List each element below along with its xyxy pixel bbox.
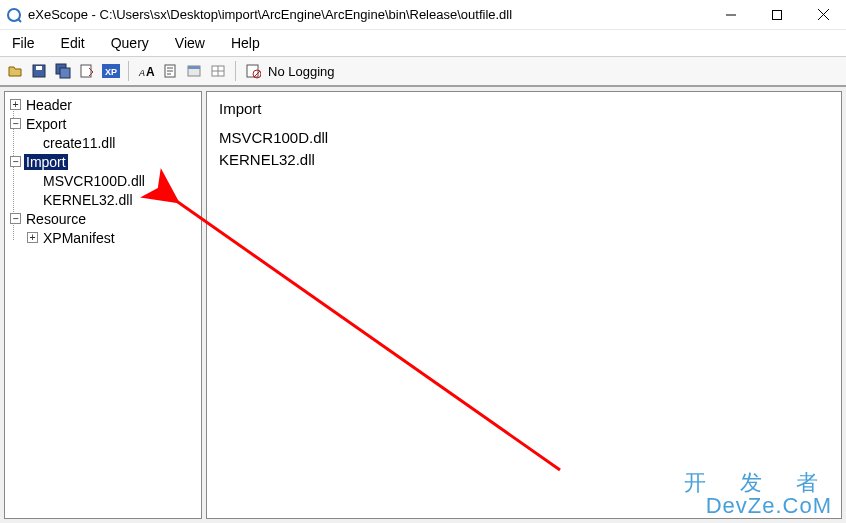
tree-node-export-item[interactable]: create11.dll — [8, 133, 201, 152]
font-icon[interactable]: AA — [135, 60, 157, 82]
svg-rect-3 — [773, 10, 782, 19]
tree-node-export[interactable]: − Export — [8, 114, 201, 133]
svg-text:XP: XP — [105, 67, 117, 77]
tree-label: Resource — [24, 211, 88, 227]
svg-text:A: A — [138, 68, 145, 78]
menu-view[interactable]: View — [163, 31, 217, 55]
tree-label: MSVCR100D.dll — [41, 173, 147, 189]
svg-rect-20 — [188, 66, 200, 69]
tree-label: Export — [24, 116, 68, 132]
toolbar-separator — [235, 61, 236, 81]
maximize-button[interactable] — [754, 0, 800, 30]
tree-label: Import — [24, 154, 68, 170]
minus-icon[interactable]: − — [10, 213, 21, 224]
doc-text-icon[interactable] — [159, 60, 181, 82]
xp-icon[interactable]: XP — [100, 60, 122, 82]
tree-label: create11.dll — [41, 135, 117, 151]
tree-label: KERNEL32.dll — [41, 192, 135, 208]
watermark: 开 发 者 DevZe.CoM — [684, 471, 832, 517]
plus-icon[interactable]: + — [10, 99, 21, 110]
save-icon[interactable] — [28, 60, 50, 82]
content-heading: Import — [219, 100, 829, 117]
titlebar: eXeScope - C:\Users\sx\Desktop\import\Ar… — [0, 0, 846, 30]
tree-node-import-item[interactable]: MSVCR100D.dll — [8, 171, 201, 190]
app-icon — [6, 7, 22, 23]
plus-icon[interactable]: + — [27, 232, 38, 243]
watermark-line: DevZe.CoM — [684, 494, 832, 517]
svg-line-1 — [18, 19, 21, 22]
svg-rect-9 — [60, 68, 70, 78]
tree-pane[interactable]: + Header − Export create11.dll − Import … — [4, 91, 202, 519]
logging-label: No Logging — [266, 64, 335, 79]
logging-icon[interactable] — [242, 60, 264, 82]
toolbar: XP AA No Logging — [0, 56, 846, 86]
save-all-icon[interactable] — [52, 60, 74, 82]
tree-node-header[interactable]: + Header — [8, 95, 201, 114]
content-pane[interactable]: Import MSVCR100D.dll KERNEL32.dll — [206, 91, 842, 519]
tree-node-import-item[interactable]: KERNEL32.dll — [8, 190, 201, 209]
window-title: eXeScope - C:\Users\sx\Desktop\import\Ar… — [28, 7, 512, 22]
tree-node-import[interactable]: − Import — [8, 152, 201, 171]
menu-file[interactable]: File — [0, 31, 47, 55]
svg-text:A: A — [146, 65, 155, 78]
form-icon[interactable] — [183, 60, 205, 82]
close-button[interactable] — [800, 0, 846, 30]
export-log-icon[interactable] — [76, 60, 98, 82]
minus-icon[interactable]: − — [10, 156, 21, 167]
tree-label: XPManifest — [41, 230, 117, 246]
tree-node-resource-item[interactable]: + XPManifest — [8, 228, 201, 247]
tree-label: Header — [24, 97, 74, 113]
watermark-line: 开 发 者 — [684, 471, 832, 494]
svg-rect-7 — [36, 66, 42, 70]
menu-query[interactable]: Query — [99, 31, 161, 55]
menubar: File Edit Query View Help — [0, 30, 846, 56]
minus-icon[interactable]: − — [10, 118, 21, 129]
menu-help[interactable]: Help — [219, 31, 272, 55]
main-area: + Header − Export create11.dll − Import … — [0, 86, 846, 523]
menu-edit[interactable]: Edit — [49, 31, 97, 55]
open-icon[interactable] — [4, 60, 26, 82]
content-line[interactable]: KERNEL32.dll — [219, 149, 829, 171]
content-line[interactable]: MSVCR100D.dll — [219, 127, 829, 149]
minimize-button[interactable] — [708, 0, 754, 30]
tree-node-resource[interactable]: − Resource — [8, 209, 201, 228]
grid-icon[interactable] — [207, 60, 229, 82]
toolbar-separator — [128, 61, 129, 81]
